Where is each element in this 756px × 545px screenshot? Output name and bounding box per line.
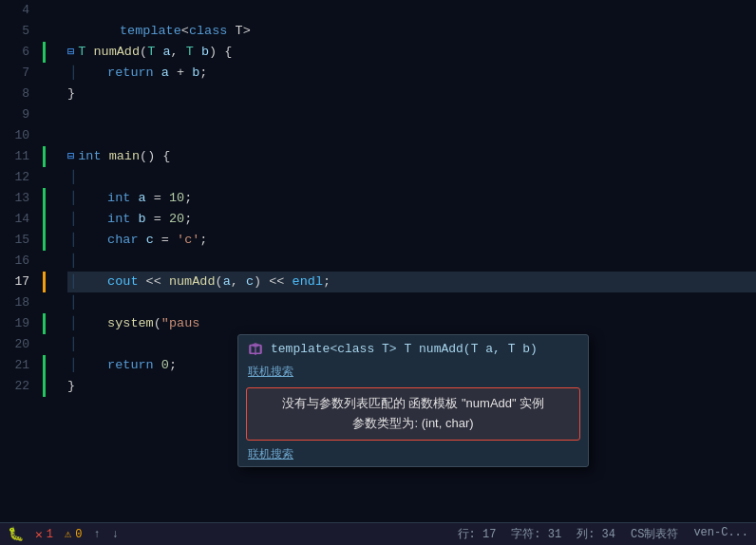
line-num-17: 17 [0,272,35,292]
line-numbers: 4 5 6 7 8 9 10 11 12 13 14 15 16 17 18 1… [0,0,43,522]
code-line-8: } [67,84,756,104]
code-line-18: │ [67,292,756,313]
line-num-11: 11 [0,146,35,167]
line-num-15: 15 [0,230,35,251]
col-info: 列: 34 [576,526,615,542]
line-num-12: 12 [0,167,35,188]
encoding-info: CS制表符 [631,526,678,542]
error-box: 没有与参数列表匹配的 函数模板 "numAdd" 实例 参数类型为: (int,… [246,387,580,441]
line-num-22: 22 [0,376,35,397]
autocomplete-link2[interactable]: 联机搜索 [238,444,588,466]
autocomplete-link1[interactable]: 联机搜索 [238,362,588,384]
code-line-6: ⊟ T numAdd(T a, T b) { [67,42,756,63]
lang-info: ven-C... [693,526,748,542]
line-num-20: 20 [0,334,35,355]
status-debug-icon: 🐛 [8,526,24,542]
error-count: 1 [47,528,53,541]
line-num-18: 18 [0,292,35,313]
autocomplete-item[interactable]: template<class T> T numAdd(T a, T b) [238,335,588,362]
warning-icon: ⚠ [65,527,71,541]
code-area: 4 5 6 7 8 9 10 11 12 13 14 15 16 17 18 1… [0,0,756,522]
code-line-12: │ [67,167,756,188]
error-icon: ✕ [35,527,43,542]
svg-marker-1 [251,343,261,348]
code-line-7: │ return a + b; [67,63,756,84]
line-num-6: 6 [0,42,35,63]
status-right-group: 行: 17 字符: 31 列: 34 CS制表符 ven-C... [458,526,748,542]
status-bar: 🐛 ✕ 1 ⚠ 0 ↑ ↓ 行: 17 字符: 31 列: 34 CS制表符 v… [0,522,756,545]
line-num-21: 21 [0,355,35,376]
code-line-15: │ char c = 'c'; [67,230,756,251]
autocomplete-popup: template<class T> T numAdd(T a, T b) 联机搜… [237,334,589,467]
line-num-5: 5 [0,21,35,42]
line-num-7: 7 [0,63,35,84]
code-line-4 [67,0,756,21]
line-num-16: 16 [0,251,35,272]
editor-container: 4 5 6 7 8 9 10 11 12 13 14 15 16 17 18 1… [0,0,756,545]
line-num-9: 9 [0,104,35,125]
autocomplete-item-text: template<class T> T numAdd(T a, T b) [271,342,538,356]
cube-icon [248,341,263,356]
line-num-4: 4 [0,0,35,21]
status-warnings: ⚠ 0 [65,527,82,541]
status-arrow-down[interactable]: ↓ [112,528,119,541]
line-num-13: 13 [0,188,35,209]
code-line-11: ⊟ int main() { [67,146,756,167]
line-num-19: 19 [0,313,35,334]
gutter-markers [43,0,60,522]
code-line-19: │ system("paus [67,313,756,334]
char-info: 字符: 31 [511,526,561,542]
code-line-13: │ int a = 10; [67,188,756,209]
code-line-9 [67,104,756,125]
line-info: 行: 17 [458,526,497,542]
warning-count: 0 [75,528,82,541]
code-line-17: │ cout << numAdd(a, c) << endl; [67,272,756,292]
code-line-14: │ int b = 20; [67,209,756,230]
status-arrow-up[interactable]: ↑ [93,528,100,541]
line-num-10: 10 [0,125,35,146]
code-line-16: │ [67,251,756,272]
error-text: 没有与参数列表匹配的 函数模板 "numAdd" 实例 参数类型为: (int,… [256,394,570,434]
code-line-10 [67,125,756,146]
line-num-8: 8 [0,84,35,104]
line-num-14: 14 [0,209,35,230]
status-errors: ✕ 1 [35,527,53,542]
code-line-5: template<class T> [67,21,756,42]
